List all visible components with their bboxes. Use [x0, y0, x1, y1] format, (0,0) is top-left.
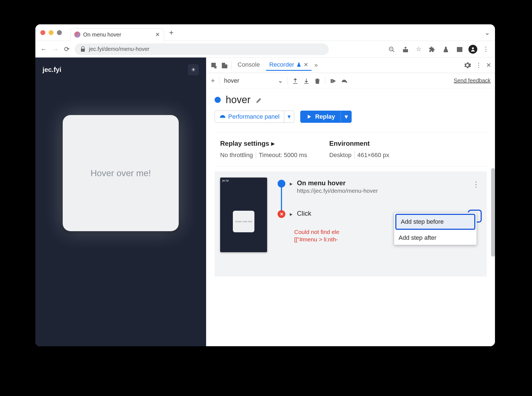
timeout-value: Timeout: 5000 ms [259, 152, 307, 159]
svg-line-1 [393, 50, 394, 52]
hover-card[interactable]: Hover over me! [63, 115, 179, 231]
replay-button[interactable]: Replay ▾ [300, 111, 352, 123]
new-tab-button[interactable]: + [166, 28, 177, 37]
svg-rect-9 [225, 65, 227, 68]
site-brand: jec.fyi [43, 66, 61, 74]
browser-menu-icon[interactable]: ⋮ [481, 46, 491, 53]
inspect-element-icon[interactable] [210, 61, 218, 69]
minimize-window-icon[interactable] [49, 30, 54, 35]
new-recording-icon[interactable]: + [211, 76, 215, 85]
step-context-menu: Add step before Add step after [394, 212, 477, 245]
lock-icon [80, 46, 86, 53]
sidepanel-icon[interactable] [455, 45, 465, 53]
chevron-right-icon: ▸ [271, 140, 275, 147]
step-over-icon[interactable] [330, 77, 336, 84]
step-title: On menu hover [297, 179, 378, 187]
env-viewport: 461×660 px [357, 152, 389, 159]
step-row-1[interactable]: ▸ On menu hover https://jec.fyi/demo/men… [278, 177, 482, 196]
export-icon[interactable] [292, 77, 299, 84]
zoom-icon[interactable] [387, 45, 397, 53]
close-recorder-tab-icon[interactable]: ✕ [304, 61, 308, 68]
svg-rect-4 [457, 47, 462, 52]
svg-marker-11 [333, 79, 335, 83]
delete-icon[interactable] [314, 77, 321, 84]
browser-window: On menu hover ✕ + ⌄ ← → ⟳ jec.fyi/demo/m… [35, 24, 495, 346]
window-controls [40, 30, 62, 35]
step-bullet-icon [278, 180, 285, 187]
svg-marker-14 [308, 115, 311, 119]
forward-icon[interactable]: → [51, 45, 59, 53]
devtools-tab-bar: Console Recorder ✕ » ⋮ ✕ [206, 58, 495, 73]
browser-tab[interactable]: On menu hover ✕ [70, 28, 164, 41]
thumbnail-card: Hover over me! [233, 211, 254, 232]
recording-title: hover [226, 94, 251, 106]
svg-rect-3 [403, 50, 408, 52]
import-icon[interactable] [303, 77, 310, 84]
replay-settings-section[interactable]: Replay settings ▸ No throttling Timeout:… [220, 140, 307, 159]
menu-add-step-before[interactable]: Add step before [395, 214, 475, 230]
chevron-down-icon: ⌄ [278, 77, 283, 84]
settings-grid: Replay settings ▸ No throttling Timeout:… [215, 132, 487, 166]
step-error-icon: ✕ [278, 210, 285, 218]
hover-card-text: Hover over me! [91, 168, 151, 178]
devtools-settings-icon[interactable] [463, 61, 471, 69]
environment-section: Environment Desktop 461×660 px [329, 140, 389, 159]
recorder-body: hover Performance panel ▾ [206, 88, 495, 282]
maximize-window-icon[interactable] [57, 30, 62, 35]
share-icon[interactable] [401, 45, 410, 53]
close-window-icon[interactable] [40, 30, 45, 35]
page-viewport: jec.fyi ☀ Hover over me! [35, 58, 206, 346]
tab-recorder[interactable]: Recorder ✕ [266, 59, 312, 71]
send-feedback-link[interactable]: Send feedback [454, 77, 491, 84]
content-split: jec.fyi ☀ Hover over me! Console [35, 58, 495, 346]
menu-add-step-after[interactable]: Add step after [394, 231, 476, 245]
step-title: Click [297, 210, 311, 217]
throttling-value: No throttling [220, 152, 253, 159]
step-menu-icon[interactable]: ⋮ [470, 179, 482, 190]
performance-panel-button[interactable]: Performance panel ▾ [215, 111, 294, 123]
labs-icon[interactable] [441, 45, 451, 53]
tab-console[interactable]: Console [234, 59, 263, 71]
browser-toolbar: ← → ⟳ jec.fyi/demo/menu-hover ☆ ⋮ [35, 41, 495, 58]
back-icon[interactable]: ← [40, 45, 48, 53]
steps-column: ▸ On menu hover https://jec.fyi/demo/men… [278, 177, 482, 243]
step-subtitle: https://jec.fyi/demo/menu-hover [297, 187, 378, 194]
perf-dropdown-icon[interactable]: ▾ [284, 111, 294, 123]
recording-selector[interactable]: hover ⌄ [224, 77, 283, 84]
recording-indicator-icon [215, 97, 221, 103]
page-header: jec.fyi ☀ [35, 58, 206, 82]
address-bar[interactable]: jec.fyi/demo/menu-hover [75, 43, 329, 55]
svg-point-12 [346, 82, 347, 82]
tabs-menu-icon[interactable]: ⌄ [484, 29, 490, 37]
screenshot-thumbnail[interactable]: jec.fyi Hover over me! [220, 178, 267, 252]
profile-avatar-icon[interactable] [468, 45, 477, 54]
steps-area: jec.fyi Hover over me! ▸ On menu hover h… [215, 171, 487, 277]
url-text: jec.fyi/demo/menu-hover [89, 46, 149, 52]
svg-rect-10 [331, 79, 332, 83]
theme-toggle-icon[interactable]: ☀ [188, 64, 199, 75]
devtools-close-icon[interactable]: ✕ [486, 62, 491, 69]
svg-point-6 [472, 47, 474, 49]
more-tabs-icon[interactable]: » [314, 62, 318, 69]
close-tab-icon[interactable]: ✕ [155, 31, 160, 38]
devtools-menu-icon[interactable]: ⋮ [476, 62, 482, 69]
replay-dropdown-icon[interactable]: ▾ [341, 111, 352, 123]
recorder-toolbar: + hover ⌄ [206, 73, 495, 88]
edit-title-icon[interactable] [256, 96, 262, 104]
devtools-panel: Console Recorder ✕ » ⋮ ✕ + [206, 58, 495, 346]
reload-icon[interactable]: ⟳ [63, 45, 71, 53]
chevron-right-icon[interactable]: ▸ [290, 211, 293, 217]
extensions-icon[interactable] [427, 45, 437, 53]
action-buttons-row: Performance panel ▾ Replay ▾ [215, 111, 487, 123]
tab-title: On menu hover [83, 32, 152, 38]
chevron-right-icon[interactable]: ▸ [290, 180, 293, 187]
env-device: Desktop [329, 152, 352, 159]
svg-rect-8 [222, 63, 225, 68]
device-toolbar-icon[interactable] [221, 61, 228, 69]
recording-title-row: hover [215, 94, 487, 106]
favicon-icon [74, 32, 80, 38]
slow-replay-icon[interactable] [341, 77, 347, 84]
tab-strip: On menu hover ✕ + ⌄ [35, 24, 495, 41]
bookmark-star-icon[interactable]: ☆ [414, 46, 423, 53]
